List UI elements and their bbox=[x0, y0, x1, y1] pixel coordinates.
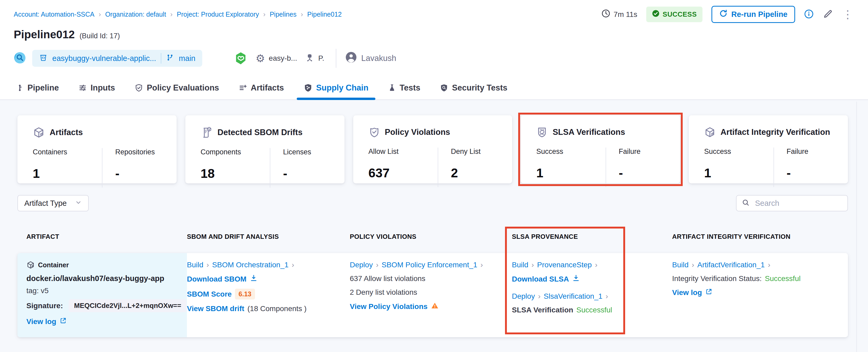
sbom-score-badge: 6.13 bbox=[235, 289, 255, 299]
tab-artifacts[interactable]: Artifacts bbox=[238, 79, 285, 99]
breadcrumb: Account: Automation-SSCA Organization: d… bbox=[14, 10, 342, 19]
breadcrumb-separator-icon bbox=[99, 10, 101, 19]
title-row: Pipeline012 (Build Id: 17) bbox=[0, 23, 868, 41]
card-title-artifact-integrity: Artifact Integrity Verification bbox=[720, 127, 830, 137]
view-sbom-drift-link[interactable]: View SBOM drift bbox=[187, 305, 244, 313]
signature-label: Signature: bbox=[26, 301, 63, 310]
stage-link-deploy[interactable]: Deploy bbox=[512, 292, 535, 300]
cell-artifact: Container docker.io/lavakush07/easy-bugg… bbox=[18, 253, 187, 337]
trigger-ref-item[interactable]: P. bbox=[305, 53, 324, 64]
breadcrumb-separator-icon bbox=[692, 261, 694, 269]
tab-security-tests[interactable]: Security Tests bbox=[439, 79, 508, 99]
scrollbar-track[interactable] bbox=[857, 102, 857, 352]
cube-icon bbox=[33, 126, 45, 138]
card-title-policy-violations: Policy Violations bbox=[385, 127, 451, 137]
container-cube-icon bbox=[26, 261, 35, 269]
stage-link-build[interactable]: Build bbox=[672, 261, 688, 269]
card-artifact-integrity: Artifact Integrity Verification Success … bbox=[689, 115, 848, 183]
status-badge-label: SUCCESS bbox=[662, 10, 697, 19]
view-log-link[interactable]: View log bbox=[672, 288, 702, 297]
card-title-slsa: SLSA Verifications bbox=[553, 127, 625, 137]
stage-link-build[interactable]: Build bbox=[187, 261, 203, 269]
tab-security-tests-label: Security Tests bbox=[452, 83, 507, 93]
more-options-kebab-icon[interactable]: ⋮ bbox=[842, 9, 853, 20]
execution-tabs: Pipeline Inputs Policy Evaluations Artif… bbox=[0, 71, 868, 100]
duration-value: 7m 11s bbox=[614, 10, 637, 19]
view-policy-violations-link[interactable]: View Policy Violations bbox=[350, 302, 428, 311]
slsa-shield-icon bbox=[536, 126, 548, 138]
download-sbom-link[interactable]: Download SBOM bbox=[187, 275, 247, 283]
card-title-sbom-drifts: Detected SBOM Drifts bbox=[218, 128, 303, 137]
stat-slsa-success: Success 1 bbox=[536, 148, 605, 187]
breadcrumb-separator-icon bbox=[301, 10, 303, 19]
warning-triangle-icon bbox=[431, 301, 439, 311]
stage-link-build[interactable]: Build bbox=[512, 261, 528, 269]
tab-inputs[interactable]: Inputs bbox=[78, 79, 116, 99]
sbom-document-icon bbox=[200, 126, 213, 138]
download-icon bbox=[572, 274, 580, 284]
rerun-pipeline-button[interactable]: Re-run Pipeline bbox=[711, 6, 795, 23]
download-slsa-link[interactable]: Download SLSA bbox=[512, 275, 569, 283]
pipeline-ref-item[interactable]: ⚙ easy-b... bbox=[255, 53, 297, 64]
stage-link-deploy[interactable]: Deploy bbox=[350, 261, 373, 269]
tab-policy-evaluations[interactable]: Policy Evaluations bbox=[133, 79, 220, 99]
info-icon[interactable] bbox=[804, 9, 814, 20]
harness-webhook-icon bbox=[234, 52, 248, 65]
breadcrumb-pipelines[interactable]: Pipelines bbox=[270, 10, 297, 18]
deny-list-violations: 2 Deny list violations bbox=[350, 288, 501, 297]
view-log-link[interactable]: View log bbox=[26, 317, 56, 326]
artifact-tag: tag: v5 bbox=[26, 287, 176, 295]
tab-inputs-label: Inputs bbox=[91, 83, 115, 93]
chevron-down-icon bbox=[75, 199, 82, 208]
branch-name[interactable]: main bbox=[179, 54, 195, 63]
sbom-score-link[interactable]: SBOM Score bbox=[187, 290, 232, 298]
tab-tests[interactable]: Tests bbox=[387, 79, 422, 99]
tab-supply-chain-label: Supply Chain bbox=[316, 83, 369, 93]
search-input[interactable] bbox=[754, 199, 843, 208]
step-link-sbom-policy[interactable]: SBOM Policy Enforcement_1 bbox=[382, 261, 477, 269]
gear-icon: ⚙ bbox=[255, 53, 265, 64]
step-link-artifact-verification[interactable]: ArtifactVerification_1 bbox=[698, 261, 765, 269]
breadcrumb-separator-icon bbox=[170, 10, 173, 19]
breadcrumb-organization[interactable]: Organization: default bbox=[105, 10, 166, 18]
breadcrumb-separator-icon bbox=[531, 261, 534, 269]
filter-row: Artifact Type bbox=[18, 195, 848, 211]
cell-slsa-provenance: Build ProvenanceStep Download SLSA Deplo… bbox=[512, 253, 672, 337]
top-bar: Account: Automation-SSCA Organization: d… bbox=[0, 0, 868, 23]
card-slsa-verifications: SLSA Verifications Success 1 Failure - bbox=[521, 115, 680, 183]
integrity-status-label: Integrity Verification Status: bbox=[672, 275, 762, 283]
edit-pencil-icon[interactable] bbox=[823, 9, 833, 20]
table-row: Container docker.io/lavakush07/easy-bugg… bbox=[18, 253, 848, 337]
execution-duration: 7m 11s bbox=[601, 9, 637, 20]
page-title: Pipeline012 bbox=[14, 28, 75, 41]
breadcrumb-account[interactable]: Account: Automation-SSCA bbox=[14, 10, 94, 18]
execution-meta-row: easybuggy-vulnerable-applic... main ⚙ ea… bbox=[0, 41, 868, 68]
breadcrumb-project[interactable]: Project: Product Exploratory bbox=[177, 10, 259, 18]
breadcrumb-current-pipeline[interactable]: Pipeline012 bbox=[307, 10, 342, 18]
col-header-sbom: SBOM AND DRIFT ANALYSIS bbox=[187, 233, 350, 241]
step-link-slsa-verification[interactable]: SlsaVerification_1 bbox=[544, 292, 603, 300]
tab-artifacts-label: Artifacts bbox=[251, 83, 284, 93]
stat-components: Components 18 bbox=[200, 148, 270, 188]
flask-icon bbox=[388, 84, 396, 92]
refresh-icon bbox=[719, 9, 727, 20]
signature-value: MEQCICde2Vjl...L+2+mqnOXw== bbox=[69, 299, 186, 312]
step-link-provenance[interactable]: ProvenanceStep bbox=[537, 261, 592, 269]
artifact-type-dropdown[interactable]: Artifact Type bbox=[18, 195, 89, 211]
tab-pipeline[interactable]: Pipeline bbox=[15, 79, 60, 99]
breadcrumb-separator-icon bbox=[263, 10, 266, 19]
repo-branch-pill[interactable]: easybuggy-vulnerable-applic... main bbox=[32, 50, 202, 67]
tab-supply-chain[interactable]: Supply Chain bbox=[303, 79, 370, 99]
step-link-sbom-orchestration[interactable]: SBOM Orchestration_1 bbox=[212, 261, 288, 269]
integrity-status-value: Successful bbox=[765, 275, 800, 283]
shield-check-icon bbox=[135, 84, 143, 92]
shield-check-icon bbox=[369, 126, 380, 138]
repo-name[interactable]: easybuggy-vulnerable-applic... bbox=[52, 54, 156, 63]
table-header-row: ARTIFACT SBOM AND DRIFT ANALYSIS POLICY … bbox=[18, 228, 848, 241]
cube-icon bbox=[704, 126, 716, 138]
tab-tests-label: Tests bbox=[400, 83, 421, 93]
artifact-type-label: Artifact Type bbox=[24, 199, 67, 208]
artifact-image-name: docker.io/lavakush07/easy-buggy-app bbox=[26, 274, 176, 283]
user-name: Lavakush bbox=[361, 54, 396, 63]
search-box[interactable] bbox=[736, 195, 848, 211]
